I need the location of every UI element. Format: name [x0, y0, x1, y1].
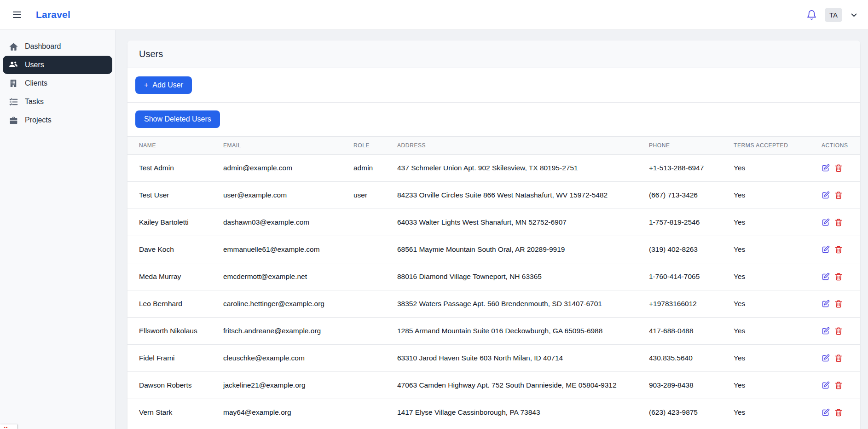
delete-user-button[interactable] — [834, 381, 843, 389]
cell-terms: Yes — [734, 345, 822, 372]
delete-user-button[interactable] — [834, 218, 843, 226]
cell-actions — [822, 290, 860, 318]
cell-phone: 1-760-414-7065 — [649, 263, 734, 290]
column-header-role: ROLE — [353, 137, 397, 155]
building-icon — [8, 78, 18, 88]
avatar[interactable]: TA — [825, 8, 842, 22]
edit-user-button[interactable] — [822, 354, 830, 362]
edit-user-button[interactable] — [822, 191, 830, 199]
cell-name: Dawson Roberts — [127, 372, 223, 399]
bell-icon — [806, 10, 817, 20]
cell-role — [353, 318, 397, 345]
cell-terms: Yes — [734, 209, 822, 236]
cell-email: fritsch.andreane@example.org — [223, 318, 353, 345]
cell-terms: Yes — [734, 318, 822, 345]
cell-terms: Yes — [734, 290, 822, 318]
cell-actions — [822, 209, 860, 236]
cell-role — [353, 372, 397, 399]
cell-email: dashawn03@example.com — [223, 209, 353, 236]
cell-role: admin — [353, 155, 397, 182]
show-deleted-users-button[interactable]: Show Deleted Users — [135, 110, 220, 128]
user-menu-button[interactable] — [850, 11, 858, 19]
delete-user-button[interactable] — [834, 245, 843, 254]
home-icon — [8, 41, 18, 52]
delete-user-button[interactable] — [834, 191, 843, 199]
sidebar-item-tasks[interactable]: Tasks — [3, 93, 112, 111]
column-header-actions: ACTIONS — [822, 137, 860, 155]
cell-address: 64033 Walter Lights West Shanafurt, MN 5… — [397, 209, 649, 236]
edit-user-button[interactable] — [822, 408, 830, 417]
add-user-band: + Add User — [127, 68, 860, 103]
users-card: Users + Add User Show Deleted Users NAME… — [127, 41, 860, 429]
notifications-button[interactable] — [806, 10, 817, 20]
add-user-button[interactable]: + Add User — [135, 76, 192, 94]
cell-phone: +19783166012 — [649, 290, 734, 318]
add-user-label: Add User — [152, 81, 183, 89]
cell-name: Test Admin — [127, 155, 223, 182]
sidebar-item-projects[interactable]: Projects — [3, 111, 112, 129]
cell-terms: Yes — [734, 372, 822, 399]
delete-user-button[interactable] — [834, 408, 843, 417]
cell-phone: +1-513-288-6947 — [649, 155, 734, 182]
sidebar-item-clients[interactable]: Clients — [3, 74, 112, 93]
edit-icon — [822, 300, 830, 308]
cell-phone: 417-688-0488 — [649, 318, 734, 345]
delete-user-button[interactable] — [834, 354, 843, 362]
sidebar-item-users[interactable]: Users — [3, 56, 112, 74]
trash-icon — [834, 300, 843, 308]
cell-terms: Yes — [734, 182, 822, 209]
delete-user-button[interactable] — [834, 164, 843, 172]
sidebar: Dashboard Users Clients — [0, 30, 116, 429]
cell-actions — [822, 263, 860, 290]
cell-name: Test User — [127, 182, 223, 209]
cell-terms: Yes — [734, 399, 822, 426]
delete-user-button[interactable] — [834, 300, 843, 308]
topbar-right: TA — [806, 8, 858, 22]
brand-logo[interactable]: Laravel — [36, 9, 70, 20]
cell-actions — [822, 318, 860, 345]
cell-address: 1285 Armand Mountain Suite 016 Deckowbur… — [397, 318, 649, 345]
trash-icon — [834, 272, 843, 281]
edit-icon — [822, 164, 830, 172]
page-title: Users — [139, 49, 163, 59]
sidebar-item-label: Tasks — [25, 98, 44, 106]
table-header-row: NAME EMAIL ROLE ADDRESS PHONE TERMS ACCE… — [127, 137, 860, 155]
debugbar-toggle-button[interactable] — [0, 424, 17, 429]
edit-user-button[interactable] — [822, 218, 830, 226]
cell-email: emcdermott@example.net — [223, 263, 353, 290]
edit-user-button[interactable] — [822, 272, 830, 281]
cell-name: Ellsworth Nikolaus — [127, 318, 223, 345]
table-row: Test User user@example.com user 84233 Or… — [127, 182, 860, 209]
cell-role: user — [353, 182, 397, 209]
cell-email: jackeline21@example.org — [223, 372, 353, 399]
edit-user-button[interactable] — [822, 164, 830, 172]
users-table: NAME EMAIL ROLE ADDRESS PHONE TERMS ACCE… — [127, 136, 860, 426]
sidebar-item-label: Dashboard — [25, 42, 61, 51]
cell-email: admin@example.com — [223, 155, 353, 182]
cell-email: user@example.com — [223, 182, 353, 209]
main-content: Users + Add User Show Deleted Users NAME… — [116, 30, 868, 429]
edit-user-button[interactable] — [822, 327, 830, 335]
cell-terms: Yes — [734, 155, 822, 182]
sidebar-item-dashboard[interactable]: Dashboard — [3, 37, 112, 56]
edit-user-button[interactable] — [822, 381, 830, 389]
edit-icon — [822, 218, 830, 226]
cell-address: 68561 Maymie Mountain South Oral, AR 202… — [397, 236, 649, 263]
cell-phone: (623) 423-9875 — [649, 399, 734, 426]
edit-user-button[interactable] — [822, 300, 830, 308]
hamburger-menu-button[interactable] — [9, 7, 25, 23]
edit-icon — [822, 408, 830, 417]
hamburger-icon — [12, 9, 23, 20]
cell-address: 88016 Diamond Village Towneport, NH 6336… — [397, 263, 649, 290]
column-header-name: NAME — [127, 137, 223, 155]
delete-user-button[interactable] — [834, 272, 843, 281]
edit-user-button[interactable] — [822, 245, 830, 254]
cell-actions — [822, 182, 860, 209]
delete-user-button[interactable] — [834, 327, 843, 335]
cell-phone: (667) 713-3426 — [649, 182, 734, 209]
cell-actions — [822, 372, 860, 399]
cell-actions — [822, 399, 860, 426]
chevron-down-icon — [850, 11, 858, 19]
trash-icon — [834, 381, 843, 389]
column-header-address: ADDRESS — [397, 137, 649, 155]
